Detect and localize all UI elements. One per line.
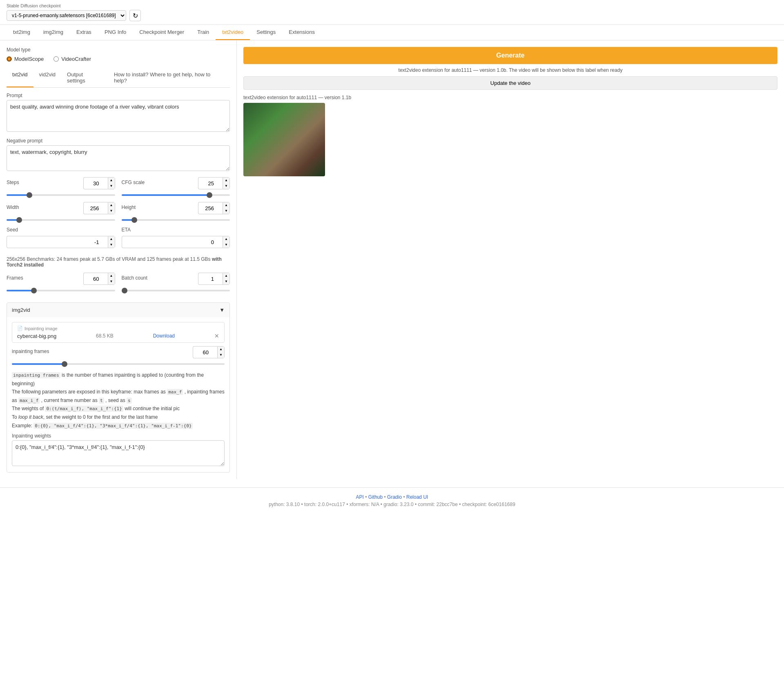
videocrafter-radio[interactable] — [53, 56, 59, 62]
s-code: s — [127, 398, 132, 404]
height-input[interactable] — [198, 202, 223, 214]
max-f-code: max_f — [167, 389, 183, 395]
tab-pnginfo[interactable]: PNG Info — [98, 25, 133, 40]
tab-settings[interactable]: Settings — [250, 25, 282, 40]
width-input-spin: ▲ ▼ — [83, 202, 115, 214]
tab-train[interactable]: Train — [191, 25, 216, 40]
model-type-radio-group: ModelScope VideoCrafter — [7, 56, 230, 62]
tab-txt2video[interactable]: txt2video — [216, 25, 250, 40]
batch-count-group: Batch count ▲ ▼ — [122, 273, 230, 293]
download-link[interactable]: Download — [153, 333, 175, 339]
width-up[interactable]: ▲ — [108, 202, 115, 208]
checkpoint-label: Stable Diffusion checkpoint — [7, 3, 777, 8]
tab-extensions[interactable]: Extensions — [282, 25, 321, 40]
height-down[interactable]: ▼ — [223, 208, 229, 214]
video-label: text2video extension for auto1111 — vers… — [243, 95, 777, 100]
width-slider[interactable] — [7, 219, 115, 221]
negative-prompt-label: Negative prompt — [7, 138, 230, 144]
frames-up[interactable]: ▲ — [108, 273, 115, 279]
generate-button[interactable]: Generate — [243, 47, 777, 64]
steps-input[interactable] — [83, 177, 108, 189]
seed-up[interactable]: ▲ — [108, 236, 115, 242]
seed-input[interactable] — [7, 236, 108, 248]
checkpoint-select[interactable]: v1-5-pruned-emaonly.safetensors [6ce0161… — [7, 10, 126, 21]
tab-checkpoint-merger[interactable]: Checkpoint Merger — [133, 25, 191, 40]
modelscope-radio[interactable] — [7, 56, 12, 62]
batch-count-input[interactable] — [198, 273, 223, 285]
gradio-link[interactable]: Gradio — [387, 494, 402, 500]
inpainting-frames-input[interactable] — [193, 346, 217, 358]
eta-input[interactable] — [122, 236, 223, 248]
steps-down[interactable]: ▼ — [108, 183, 115, 189]
height-up[interactable]: ▲ — [223, 202, 229, 208]
separator-1: • — [365, 494, 368, 500]
frames-spinners: ▲ ▼ — [108, 273, 115, 285]
continue-em: continue — [133, 406, 151, 411]
frames-input[interactable] — [83, 273, 108, 285]
inpainting-frames-slider[interactable] — [12, 363, 225, 365]
inpainting-weights-section: Inpainting weights 0:{0}, "max_i_f/4":{1… — [12, 433, 225, 467]
max-i-f-code: max_i_f — [18, 398, 40, 404]
batch-down[interactable]: ▼ — [223, 279, 229, 284]
frames-slider[interactable] — [7, 290, 115, 291]
tab-img2img[interactable]: img2img — [37, 25, 70, 40]
close-icon[interactable]: ✕ — [214, 333, 219, 339]
top-bar: Stable Diffusion checkpoint v1-5-pruned-… — [0, 0, 784, 25]
cfg-input[interactable] — [198, 177, 223, 189]
tab-extras[interactable]: Extras — [70, 25, 98, 40]
cfg-slider[interactable] — [122, 194, 230, 196]
height-slider[interactable] — [122, 219, 230, 221]
negative-prompt-textarea[interactable]: text, watermark, copyright, blurry — [7, 145, 230, 171]
inpainting-image-label: 📄 Inpainting image — [17, 326, 219, 331]
seed-down[interactable]: ▼ — [108, 242, 115, 248]
inpainting-weights-textarea[interactable]: 0:{0}, "max_i_f/4":{1}, "3*max_i_f/4":{1… — [12, 440, 225, 466]
modelscope-radio-item[interactable]: ModelScope — [7, 56, 44, 62]
right-panel: Generate text2video extension for auto11… — [237, 40, 784, 479]
steps-up[interactable]: ▲ — [108, 178, 115, 183]
frames-group: Frames ▲ ▼ — [7, 273, 115, 293]
width-height-row: Width ▲ ▼ Height — [7, 202, 230, 227]
video-preview — [243, 103, 325, 176]
width-input[interactable] — [83, 202, 108, 214]
subtab-output-settings[interactable]: Output settings — [61, 69, 108, 87]
status-text: text2video extension for auto1111 — vers… — [243, 67, 777, 73]
cfg-up[interactable]: ▲ — [223, 178, 229, 183]
reload-ui-link[interactable]: Reload UI — [406, 494, 428, 500]
width-spinners: ▲ ▼ — [108, 202, 115, 214]
subtab-txt2vid[interactable]: txt2vid — [7, 69, 33, 87]
github-link[interactable]: Github — [368, 494, 383, 500]
inpainting-frames-up[interactable]: ▲ — [218, 346, 224, 352]
file-name: cybercat-big.png — [17, 333, 56, 339]
batch-up[interactable]: ▲ — [223, 273, 229, 279]
steps-group: Steps ▲ ▼ — [7, 177, 115, 197]
batch-count-slider[interactable] — [122, 290, 230, 291]
frames-batch-row: Frames ▲ ▼ Batch count — [7, 273, 230, 298]
steps-cfg-row: Steps ▲ ▼ CFG scale — [7, 177, 230, 202]
frames-down[interactable]: ▼ — [108, 279, 115, 284]
eta-down[interactable]: ▼ — [223, 242, 229, 248]
subtab-vid2vid[interactable]: vid2vid — [33, 69, 61, 87]
eta-up[interactable]: ▲ — [223, 236, 229, 242]
api-link[interactable]: API — [356, 494, 364, 500]
cfg-input-spin: ▲ ▼ — [198, 177, 230, 189]
img2vid-header[interactable]: img2vid ▼ — [7, 303, 229, 317]
info-line-3: The weights of 0:(t/max_i_f), "max_i_f":… — [12, 404, 225, 413]
inpainting-frames-down[interactable]: ▼ — [218, 352, 224, 358]
videocrafter-radio-item[interactable]: VideoCrafter — [53, 56, 91, 62]
subtab-help[interactable]: How to install? Where to get help, how t… — [108, 69, 230, 87]
prompt-textarea[interactable]: best quality, award winning drone footag… — [7, 100, 230, 132]
negative-prompt-section: Negative prompt text, watermark, copyrig… — [7, 138, 230, 172]
seed-label: Seed — [7, 227, 18, 233]
refresh-button[interactable]: ↻ — [129, 10, 141, 21]
cfg-spinners: ▲ ▼ — [223, 177, 230, 189]
footer-links: API • Github • Gradio • Reload UI — [7, 494, 777, 500]
cfg-down[interactable]: ▼ — [223, 183, 229, 189]
width-down[interactable]: ▼ — [108, 208, 115, 214]
height-group: Height ▲ ▼ — [122, 202, 230, 222]
update-video-button[interactable]: Update the video — [243, 76, 777, 90]
img2vid-label: img2vid — [12, 307, 30, 313]
tab-txt2img[interactable]: txt2img — [7, 25, 37, 40]
steps-slider[interactable] — [7, 194, 115, 196]
videocrafter-label: VideoCrafter — [61, 56, 91, 62]
info-line-4: To loop it back, set the weight to 0 for… — [12, 413, 225, 421]
